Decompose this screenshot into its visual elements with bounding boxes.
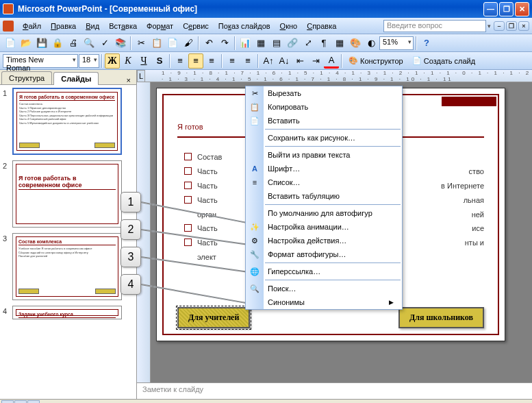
spellcheck-button[interactable]: ✓ [97, 36, 112, 51]
cm-font[interactable]: AШрифт… [246, 162, 402, 175]
slide-thumbnail-2[interactable]: Я готов работать в современном офисе [12, 160, 122, 228]
students-button[interactable]: Для школьников [398, 307, 484, 328]
doc-close-button[interactable]: × [518, 21, 529, 31]
menu-insert[interactable]: Вставка [104, 20, 142, 32]
menu-window[interactable]: Окно [275, 20, 303, 32]
callout-2: 2 [121, 219, 141, 240]
thumbnails-list[interactable]: 1 Я готов работать в современном офисе С… [0, 85, 136, 399]
cm-action[interactable]: ⚙Настройка действия… [246, 234, 402, 247]
increase-indent-button[interactable]: ⇥ [308, 53, 323, 69]
print-button[interactable]: 🖨 [66, 36, 81, 51]
doc-restore-button[interactable]: ❐ [506, 21, 517, 31]
undo-button[interactable]: ↶ [201, 36, 216, 51]
preview-button[interactable]: 🔍 [81, 36, 97, 51]
menu-tools[interactable]: Сервис [178, 20, 214, 32]
table-button[interactable]: ▦ [253, 36, 268, 51]
panel-close-button[interactable]: × [124, 76, 134, 84]
redo-button[interactable]: ↷ [217, 36, 232, 51]
decrease-font-button[interactable]: A↓ [277, 53, 292, 69]
align-center-button[interactable]: ≡ [188, 53, 203, 69]
slide-thumbnail-3[interactable]: Состав комплекса Учебное пособие Я готов… [12, 233, 122, 300]
menu-edit[interactable]: Правка [46, 20, 81, 32]
new-button[interactable]: 📄 [3, 36, 18, 51]
formatting-toolbar: Times New Roman 18 Ж К Ч S ≡ ≡ ≡ ≡ ≡ A↑ … [0, 52, 532, 70]
normal-view-button[interactable]: ▣ [1, 400, 14, 404]
show-formatting-button[interactable]: ¶ [316, 36, 331, 51]
cm-exit-text-edit[interactable]: Выйти из правки текста [246, 148, 402, 162]
shadow-button[interactable]: S [152, 53, 167, 69]
open-button[interactable]: 📂 [18, 36, 34, 51]
ruler-corner[interactable]: L [137, 70, 145, 82]
tab-outline[interactable]: Структура [1, 71, 52, 84]
font-color-button[interactable]: A [324, 53, 339, 69]
increase-font-button[interactable]: A↑ [261, 53, 276, 69]
cm-synonyms[interactable]: Синонимы▶ [246, 295, 402, 309]
cm-paste[interactable]: 📄Вставить [246, 114, 402, 127]
menu-bar: Файл Правка Вид Вставка Формат Сервис По… [0, 18, 532, 34]
cm-format-autoshape[interactable]: 🔧Формат автофигуры… [246, 247, 402, 261]
cm-search[interactable]: 🔍Поиск… [246, 282, 402, 295]
minimize-button[interactable]: — [483, 2, 498, 16]
grayscale-button[interactable]: ◐ [364, 36, 379, 51]
cut-button[interactable]: ✂ [134, 36, 149, 51]
paste-button[interactable]: 📄 [165, 36, 180, 51]
underline-button[interactable]: Ч [136, 53, 151, 69]
help-question-input[interactable]: Введите вопрос [383, 20, 486, 32]
help-button[interactable]: ? [419, 36, 434, 51]
italic-button[interactable]: К [121, 53, 136, 69]
slide-thumbnail-1[interactable]: Я готов работать в современном офисе Сос… [12, 88, 122, 155]
hyperlink-button[interactable]: 🔗 [285, 36, 300, 51]
menu-format[interactable]: Формат [142, 20, 178, 32]
cm-save-as-picture[interactable]: Сохранить как рисунок… [246, 131, 402, 145]
cm-animation[interactable]: ✨Настройка анимации… [246, 220, 402, 234]
doc-minimize-button[interactable]: – [494, 21, 505, 31]
horizontal-ruler[interactable]: 1 · 9 · 1 · 8 · 1 · 7 · 1 · 6 · 1 · 5 · … [145, 70, 532, 82]
bullets-button[interactable]: ≡ [240, 53, 255, 69]
cm-list[interactable]: ≡Список… [246, 175, 402, 189]
cm-cut[interactable]: ✂Вырезать [246, 86, 402, 100]
copy-button[interactable]: 📋 [149, 36, 164, 51]
menu-slideshow[interactable]: Показ слайдов [214, 20, 275, 32]
list-icon: ≡ [249, 177, 260, 188]
expand-button[interactable]: ⤢ [301, 36, 316, 51]
numbering-button[interactable]: ≡ [225, 53, 240, 69]
cm-default-autoshape[interactable]: По умолчанию для автофигур [246, 206, 402, 220]
chart-button[interactable]: 📊 [238, 36, 253, 51]
format-painter-button[interactable]: 🖌 [181, 36, 196, 51]
designer-button[interactable]: 🎨Конструктор [344, 53, 407, 69]
context-menu: ✂Вырезать 📋Копировать 📄Вставить Сохранит… [245, 86, 403, 310]
teachers-button[interactable]: Для учителей [177, 307, 250, 328]
align-left-button[interactable]: ≡ [173, 53, 188, 69]
thumb-number: 1 [3, 88, 12, 155]
menu-help[interactable]: Справка [302, 20, 341, 32]
slideshow-view-button[interactable]: ▶ [27, 400, 40, 404]
maximize-button[interactable]: ❐ [499, 2, 514, 16]
decrease-indent-button[interactable]: ⇤ [292, 53, 307, 69]
save-button[interactable]: 💾 [34, 36, 49, 51]
permission-button[interactable]: 🔒 [50, 36, 65, 51]
tables-borders-button[interactable]: ▤ [269, 36, 284, 51]
menu-file[interactable]: Файл [18, 20, 46, 32]
notes-pane[interactable]: Заметки к слайду [137, 382, 532, 399]
tab-slides[interactable]: Слайды [53, 72, 99, 85]
view-mode-buttons: ▣ ▦ ▶ [0, 400, 42, 404]
cm-hyperlink[interactable]: 🌐Гиперссылка… [246, 265, 402, 278]
slide-thumbnail-4[interactable]: Задачи учебного курса [12, 306, 122, 319]
font-combo[interactable]: Times New Roman [3, 54, 78, 68]
grid-button[interactable]: ▦ [332, 36, 347, 51]
zoom-combo[interactable]: 51% [379, 36, 414, 50]
paste-icon: 📄 [249, 115, 260, 126]
sorter-view-button[interactable]: ▦ [14, 400, 27, 404]
cm-insert-tab[interactable]: Вставить табуляцию [246, 189, 402, 203]
cm-copy[interactable]: 📋Копировать [246, 100, 402, 114]
new-slide-button[interactable]: 📄Создать слайд [408, 53, 479, 69]
app-menu-icon[interactable] [3, 21, 14, 32]
font-size-combo[interactable]: 18 [79, 54, 99, 68]
align-right-button[interactable]: ≡ [204, 53, 219, 69]
close-button[interactable]: ✕ [515, 2, 529, 16]
callout-4: 4 [121, 274, 141, 295]
color-button[interactable]: 🎨 [348, 36, 363, 51]
research-button[interactable]: 📚 [113, 36, 128, 51]
bold-button[interactable]: Ж [105, 53, 120, 69]
menu-view[interactable]: Вид [81, 20, 104, 32]
